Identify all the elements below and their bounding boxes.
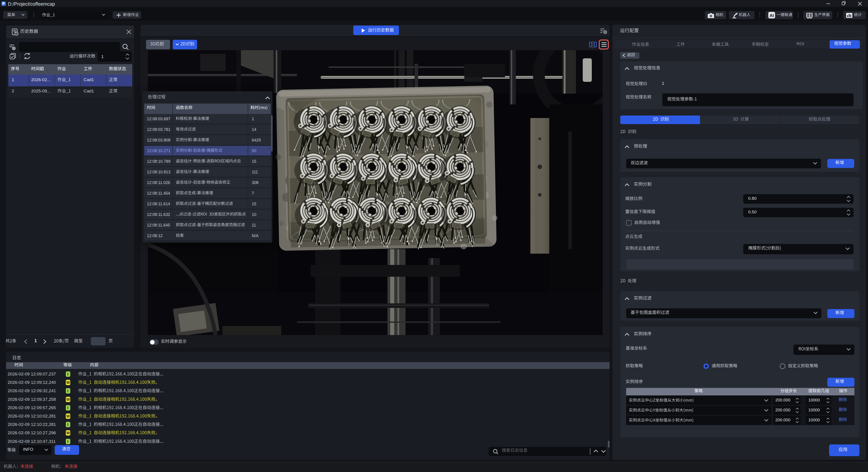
svg-text:AI: AI <box>770 13 774 18</box>
